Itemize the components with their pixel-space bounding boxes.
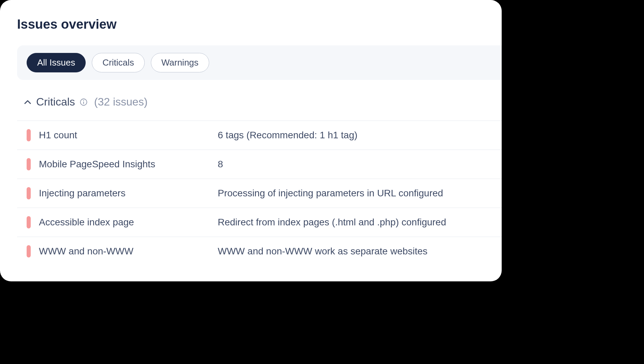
issues-overview-card: Issues overview All Issues Criticals War… — [0, 0, 502, 281]
page-title: Issues overview — [17, 17, 502, 32]
issue-value: 6 tags (Recommended: 1 h1 tag) — [218, 130, 357, 141]
issue-value: 8 — [218, 159, 223, 170]
filter-criticals[interactable]: Criticals — [92, 53, 144, 72]
critical-marker-icon — [27, 187, 31, 199]
chevron-up-icon[interactable] — [24, 98, 31, 106]
critical-marker-icon — [27, 216, 31, 228]
info-icon[interactable] — [80, 98, 87, 106]
issue-name: H1 count — [39, 130, 210, 141]
issue-row[interactable]: Accessible index page Redirect from inde… — [17, 208, 502, 237]
issue-name: Injecting parameters — [39, 188, 210, 199]
issue-value: Processing of injecting parameters in UR… — [218, 188, 443, 199]
issue-row[interactable]: H1 count 6 tags (Recommended: 1 h1 tag) — [17, 121, 502, 150]
issue-list: H1 count 6 tags (Recommended: 1 h1 tag) … — [17, 121, 502, 266]
critical-marker-icon — [27, 158, 31, 170]
filter-warnings[interactable]: Warnings — [151, 53, 209, 72]
issue-value: WWW and non-WWW work as separate website… — [218, 246, 428, 257]
critical-marker-icon — [27, 245, 31, 257]
issue-name: Mobile PageSpeed Insights — [39, 159, 210, 170]
critical-marker-icon — [27, 129, 31, 141]
issue-name: Accessible index page — [39, 217, 210, 228]
filter-bar: All Issues Criticals Warnings — [17, 45, 502, 80]
issue-name: WWW and non-WWW — [39, 246, 210, 257]
section-title: Criticals — [36, 96, 75, 108]
issue-row[interactable]: Injecting parameters Processing of injec… — [17, 179, 502, 208]
issue-row[interactable]: Mobile PageSpeed Insights 8 — [17, 150, 502, 179]
svg-rect-2 — [83, 101, 84, 104]
svg-point-1 — [83, 100, 84, 101]
issue-row[interactable]: WWW and non-WWW WWW and non-WWW work as … — [17, 237, 502, 266]
section-count: (32 issues) — [94, 96, 148, 108]
criticals-section-header[interactable]: Criticals (32 issues) — [24, 96, 502, 108]
filter-all-issues[interactable]: All Issues — [27, 53, 86, 72]
issue-value: Redirect from index pages (.html and .ph… — [218, 217, 446, 228]
